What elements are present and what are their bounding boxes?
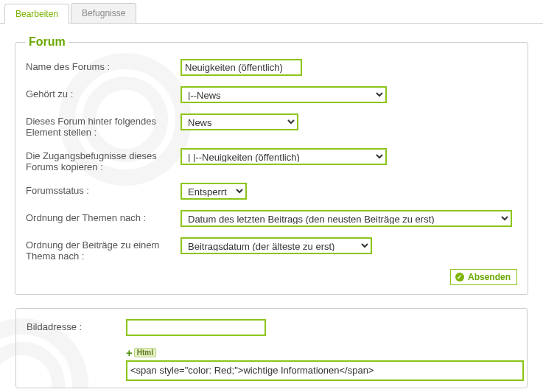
forum-name-input[interactable] bbox=[181, 59, 302, 76]
html-content-textarea[interactable] bbox=[126, 360, 524, 381]
label-topic-order: Ordnung der Themen nach : bbox=[26, 210, 181, 223]
label-place-after: Dieses Forum hinter folgendes Element st… bbox=[26, 113, 181, 138]
tabs-bar: Bearbeiten Befugnisse bbox=[0, 0, 543, 24]
html-badge-label: Html bbox=[134, 348, 156, 357]
copy-permissions-select[interactable]: | |--Neuigkeiten (öffentlich) bbox=[181, 148, 387, 165]
check-icon: ✓ bbox=[455, 273, 464, 281]
label-post-order: Ordnung der Beiträge zu einem Thema nach… bbox=[26, 237, 181, 262]
place-after-select[interactable]: News bbox=[181, 113, 298, 130]
label-forum-status: Forumsstatus : bbox=[26, 183, 181, 196]
post-order-select[interactable]: Beitragsdatum (der älteste zu erst) bbox=[181, 237, 372, 254]
image-address-input[interactable] bbox=[126, 319, 266, 336]
fieldset-legend: Forum bbox=[26, 35, 69, 49]
content-area: Forum Name des Forums : Gehört zu : |--N… bbox=[0, 24, 543, 388]
label-image-address: Bildadresse : bbox=[27, 319, 126, 332]
tab-permissions[interactable]: Befugnisse bbox=[71, 3, 136, 23]
label-forum-name: Name des Forums : bbox=[26, 59, 181, 72]
html-toggle-button[interactable]: + Html bbox=[126, 346, 156, 359]
image-fieldset: Bildadresse : + Html bbox=[15, 308, 528, 388]
label-empty bbox=[27, 346, 126, 349]
forum-status-select[interactable]: Entsperrt bbox=[181, 183, 247, 200]
label-belongs-to: Gehört zu : bbox=[26, 86, 181, 99]
label-copy-permissions: Die Zugangsbefugnisse dieses Forums kopi… bbox=[26, 148, 181, 172]
topic-order-select[interactable]: Datum des letzten Beitrags (den neusten … bbox=[181, 210, 512, 227]
submit-button[interactable]: ✓ Absenden bbox=[450, 269, 517, 285]
forum-fieldset: Forum Name des Forums : Gehört zu : |--N… bbox=[15, 35, 528, 295]
plus-icon: + bbox=[126, 346, 133, 359]
submit-button-label: Absenden bbox=[468, 272, 511, 282]
belongs-to-select[interactable]: |--News bbox=[181, 86, 387, 103]
tab-edit[interactable]: Bearbeiten bbox=[4, 4, 69, 24]
